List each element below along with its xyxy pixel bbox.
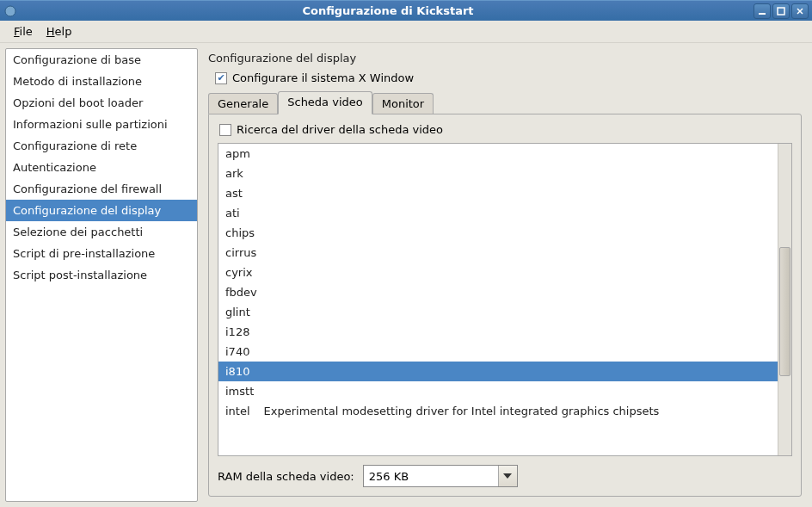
list-item[interactable]: i740 bbox=[218, 342, 778, 362]
configure-x-row[interactable]: ✔ Configurare il sistema X Window bbox=[203, 71, 807, 91]
list-item[interactable]: ati bbox=[218, 203, 778, 223]
sidebar-item[interactable]: Configurazione di base bbox=[6, 49, 197, 71]
maximize-button[interactable] bbox=[772, 3, 790, 19]
titlebar: Configurazione di Kickstart bbox=[0, 0, 812, 21]
tabbar: GeneraleScheda videoMonitor bbox=[203, 91, 807, 114]
close-button[interactable] bbox=[791, 3, 809, 19]
list-item[interactable]: ast bbox=[218, 183, 778, 203]
list-item[interactable]: i128 bbox=[218, 322, 778, 342]
sidebar-item[interactable]: Script di pre-installazione bbox=[6, 243, 197, 264]
sidebar-item[interactable]: Autenticazione bbox=[6, 157, 197, 178]
tab[interactable]: Generale bbox=[208, 93, 278, 114]
chevron-down-icon[interactable] bbox=[498, 466, 517, 486]
sidebar-item[interactable]: Configurazione di rete bbox=[6, 135, 197, 157]
list-item[interactable]: i810 bbox=[218, 362, 778, 381]
driver-scrollbar[interactable] bbox=[778, 144, 791, 455]
list-item[interactable]: glint bbox=[218, 302, 778, 322]
list-item[interactable]: cyrix bbox=[218, 263, 778, 282]
sidebar-item[interactable]: Script post-installazione bbox=[6, 264, 197, 286]
sidebar-item[interactable]: Configurazione del display bbox=[6, 200, 197, 221]
list-item[interactable]: chips bbox=[218, 223, 778, 243]
svg-marker-5 bbox=[503, 473, 512, 479]
tab-panel-video: Ricerca del driver della scheda video ap… bbox=[208, 114, 802, 497]
minimize-button[interactable] bbox=[754, 3, 771, 19]
svg-rect-2 bbox=[778, 8, 784, 15]
tab[interactable]: Scheda video bbox=[278, 91, 372, 114]
video-ram-label: RAM della scheda video: bbox=[218, 470, 354, 483]
list-item[interactable]: apm bbox=[218, 144, 778, 164]
panel-title: Configurazione del display bbox=[203, 48, 807, 71]
sidebar-item[interactable]: Opzioni del boot loader bbox=[6, 92, 197, 114]
menubar: File Help bbox=[0, 21, 812, 43]
probe-driver-checkbox[interactable] bbox=[219, 124, 231, 136]
app-icon bbox=[3, 4, 17, 18]
window-title: Configurazione di Kickstart bbox=[22, 4, 754, 17]
menu-file[interactable]: File bbox=[7, 22, 40, 40]
sidebar-item[interactable]: Metodo di installazione bbox=[6, 71, 197, 92]
sidebar-item[interactable]: Informazioni sulle partizioni bbox=[6, 114, 197, 135]
svg-point-0 bbox=[5, 6, 15, 16]
scrollbar-thumb[interactable] bbox=[779, 247, 790, 376]
configure-x-checkbox[interactable]: ✔ bbox=[215, 72, 227, 84]
probe-driver-row[interactable]: Ricerca del driver della scheda video bbox=[218, 123, 792, 136]
list-item[interactable]: cirrus bbox=[218, 243, 778, 263]
driver-list[interactable]: apmarkastatichipscirruscyrixfbdevglinti1… bbox=[218, 143, 792, 456]
list-item[interactable]: fbdev bbox=[218, 282, 778, 302]
sidebar-item[interactable]: Configurazione del firewall bbox=[6, 178, 197, 200]
probe-driver-label: Ricerca del driver della scheda video bbox=[237, 123, 443, 136]
tab[interactable]: Monitor bbox=[372, 93, 434, 114]
configure-x-label: Configurare il sistema X Window bbox=[232, 71, 414, 84]
list-item[interactable]: intelExperimental modesetting driver for… bbox=[218, 401, 778, 421]
svg-rect-1 bbox=[759, 13, 766, 15]
list-item[interactable]: ark bbox=[218, 164, 778, 183]
sidebar: Configurazione di baseMetodo di installa… bbox=[5, 48, 198, 502]
list-item[interactable]: imstt bbox=[218, 381, 778, 401]
video-ram-select[interactable]: 256 KB bbox=[363, 465, 518, 487]
menu-help[interactable]: Help bbox=[40, 22, 79, 40]
sidebar-item[interactable]: Selezione dei pacchetti bbox=[6, 221, 197, 243]
video-ram-value: 256 KB bbox=[364, 470, 498, 483]
